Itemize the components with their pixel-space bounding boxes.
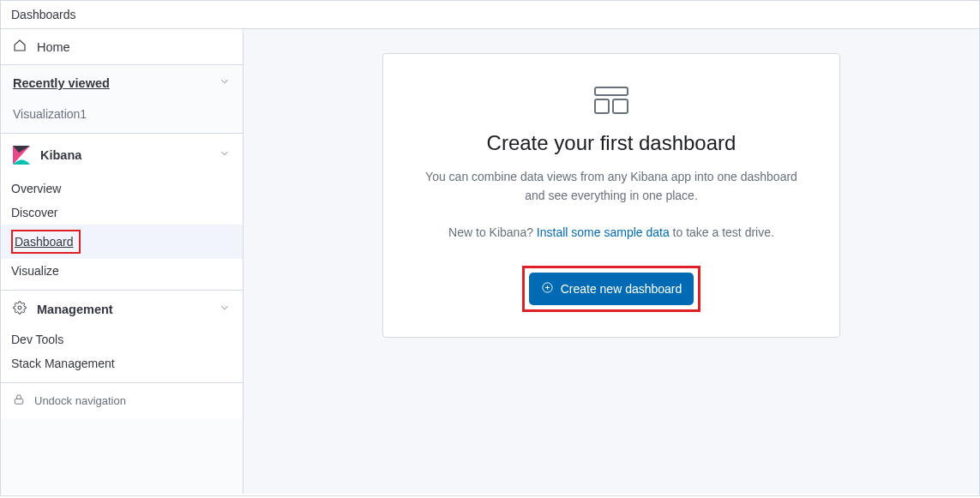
svg-point-2 (18, 306, 21, 309)
kibana-section: Kibana Overview Discover Dashboard Visua… (1, 134, 243, 291)
kibana-title: Kibana (40, 148, 81, 162)
chevron-down-icon (219, 75, 231, 91)
recently-viewed-title: Recently viewed (13, 76, 110, 90)
callout-highlight: Dashboard (11, 230, 81, 254)
sidebar: Home Recently viewed Visualization1 (1, 29, 243, 494)
recently-viewed-header[interactable]: Recently viewed (1, 65, 243, 101)
home-icon (13, 39, 27, 55)
svg-rect-3 (15, 399, 22, 404)
sidebar-item-visualize[interactable]: Visualize (1, 259, 243, 290)
undock-label: Undock navigation (34, 394, 126, 407)
management-section: Management Dev Tools Stack Management (1, 291, 243, 383)
layout: Home Recently viewed Visualization1 (1, 29, 979, 494)
chevron-down-icon (219, 147, 231, 163)
management-header[interactable]: Management (1, 291, 243, 327)
recently-viewed-item[interactable]: Visualization1 (1, 101, 243, 133)
sidebar-item-dev-tools[interactable]: Dev Tools (1, 327, 243, 351)
sidebar-item-overview[interactable]: Overview (1, 177, 243, 201)
install-sample-data-link[interactable]: Install some sample data (537, 225, 670, 239)
svg-rect-5 (595, 99, 609, 113)
kibana-header[interactable]: Kibana (1, 134, 243, 177)
sidebar-item-stack-management[interactable]: Stack Management (1, 351, 243, 382)
cta-label: Create new dashboard (561, 282, 682, 296)
svg-rect-4 (595, 87, 628, 95)
main-content: Create your first dashboard You can comb… (243, 29, 979, 494)
sample-data-prompt: New to Kibana? Install some sample data … (448, 223, 774, 242)
breadcrumb[interactable]: Dashboards (11, 8, 76, 21)
callout-highlight: Create new dashboard (522, 266, 701, 312)
empty-state-description: You can combine data views from any Kiba… (425, 167, 797, 206)
management-title: Management (37, 303, 113, 316)
create-new-dashboard-button[interactable]: Create new dashboard (529, 273, 694, 305)
recently-viewed-section: Recently viewed Visualization1 (1, 65, 243, 134)
home-nav[interactable]: Home (1, 29, 243, 65)
chevron-down-icon (219, 302, 231, 317)
home-label: Home (37, 40, 70, 54)
gear-icon (13, 301, 27, 317)
empty-state-heading: Create your first dashboard (487, 131, 737, 155)
plus-circle-icon (541, 281, 554, 297)
empty-state-card: Create your first dashboard You can comb… (382, 53, 840, 338)
sidebar-item-dashboard[interactable]: Dashboard (1, 225, 243, 259)
undock-navigation[interactable]: Undock navigation (1, 383, 243, 418)
breadcrumb-bar: Dashboards (1, 1, 979, 29)
sidebar-item-label: Dashboard (15, 235, 74, 249)
sidebar-item-discover[interactable]: Discover (1, 201, 243, 225)
dashboard-icon (594, 87, 628, 117)
kibana-logo-icon (13, 146, 30, 165)
app-frame: Dashboards Home Recently viewed V (0, 0, 980, 496)
lock-icon (13, 393, 25, 408)
svg-rect-6 (613, 99, 628, 113)
